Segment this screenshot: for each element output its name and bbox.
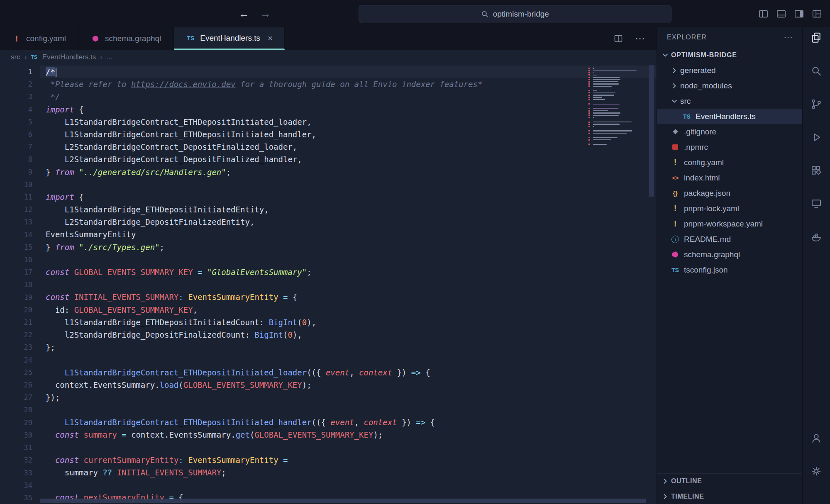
code-lines[interactable]: /* *Please refer to https://docs.envio.d… bbox=[40, 66, 657, 504]
close-icon[interactable]: × bbox=[268, 33, 273, 43]
tab-EventHandlers.ts[interactable]: TSEventHandlers.ts× bbox=[174, 27, 285, 50]
toggle-sidebar-icon[interactable] bbox=[758, 8, 769, 19]
line-number[interactable]: 18 bbox=[0, 278, 32, 291]
code-line bbox=[40, 404, 657, 416]
line-number[interactable]: 31 bbox=[0, 441, 32, 454]
split-editor-icon[interactable] bbox=[613, 34, 623, 44]
minimap-change-mark bbox=[588, 70, 590, 71]
code-editor[interactable]: 1234567891011121314151617181920212223242… bbox=[0, 65, 657, 504]
chevron-right-icon bbox=[670, 82, 679, 90]
back-button[interactable]: ← bbox=[239, 7, 249, 20]
command-center-search[interactable]: optimism-bridge bbox=[359, 5, 671, 23]
line-number[interactable]: 23 bbox=[0, 341, 32, 353]
breadcrumb-item[interactable]: EventHandlers.ts bbox=[42, 53, 96, 61]
line-number[interactable]: 8 bbox=[0, 153, 32, 166]
editor-more-actions-icon[interactable]: ⋯ bbox=[635, 33, 646, 44]
line-number[interactable]: 30 bbox=[0, 429, 32, 441]
explorer-item-generated[interactable]: generated bbox=[657, 63, 803, 78]
explorer-item-package.json[interactable]: {}package.json bbox=[657, 185, 803, 201]
explorer-item-pnpm-lock.yaml[interactable]: !pnpm-lock.yaml bbox=[657, 201, 803, 216]
line-number[interactable]: 7 bbox=[0, 141, 32, 153]
customize-layout-icon[interactable] bbox=[811, 8, 823, 19]
line-number[interactable]: 4 bbox=[0, 103, 32, 116]
toggle-panel-icon[interactable] bbox=[776, 8, 787, 19]
breadcrumb-item[interactable]: src bbox=[11, 53, 20, 61]
line-number[interactable]: 15 bbox=[0, 241, 32, 253]
settings-icon[interactable] bbox=[809, 464, 823, 478]
account-icon[interactable] bbox=[809, 431, 823, 445]
yaml-file-icon: ! bbox=[670, 158, 680, 167]
tab-config.yaml[interactable]: !config.yaml bbox=[0, 27, 79, 50]
line-number[interactable]: 29 bbox=[0, 416, 32, 429]
line-number[interactable]: 14 bbox=[0, 229, 32, 241]
explorer-item-README.md[interactable]: iREADME.md bbox=[657, 231, 803, 247]
explorer-item-tsconfig.json[interactable]: TStsconfig.json bbox=[657, 262, 803, 278]
explorer-item-schema.graphql[interactable]: schema.graphql bbox=[657, 247, 803, 262]
explorer-more-actions-icon[interactable]: ⋯ bbox=[784, 32, 793, 43]
item-label: generated bbox=[680, 66, 716, 75]
code-line: import { bbox=[40, 191, 657, 203]
line-number[interactable]: 2 bbox=[0, 78, 32, 90]
line-number[interactable]: 17 bbox=[0, 266, 32, 278]
toggle-secondary-sidebar-icon[interactable] bbox=[793, 8, 805, 19]
minimap[interactable] bbox=[588, 67, 639, 146]
vertical-scrollbar[interactable] bbox=[649, 65, 654, 197]
minimap-change-mark bbox=[588, 72, 590, 73]
line-number[interactable]: 33 bbox=[0, 467, 32, 479]
npm-file-icon bbox=[670, 144, 680, 150]
explorer-root-folder[interactable]: OPTIMISM-BRIDGE bbox=[657, 47, 803, 63]
explorer-item-node_modules[interactable]: node_modules bbox=[657, 78, 803, 93]
run-debug-icon[interactable] bbox=[809, 130, 823, 144]
remote-icon[interactable] bbox=[809, 197, 823, 211]
tab-label: config.yaml bbox=[26, 34, 66, 43]
line-number[interactable]: 11 bbox=[0, 191, 32, 203]
line-number[interactable]: 6 bbox=[0, 128, 32, 141]
breadcrumb-item[interactable]: ... bbox=[107, 53, 112, 61]
code-line bbox=[40, 278, 657, 291]
explorer-item-pnpm-workspace.yaml[interactable]: !pnpm-workspace.yaml bbox=[657, 216, 803, 231]
line-number[interactable]: 3 bbox=[0, 90, 32, 103]
chevron-right-icon bbox=[670, 66, 679, 75]
docker-icon[interactable] bbox=[809, 230, 823, 244]
source-control-icon[interactable] bbox=[809, 97, 823, 111]
forward-button[interactable]: → bbox=[260, 7, 271, 20]
search-icon[interactable] bbox=[809, 64, 823, 78]
explorer-item-EventHandlers.ts[interactable]: TSEventHandlers.ts bbox=[657, 109, 803, 124]
line-number[interactable]: 13 bbox=[0, 216, 32, 228]
line-number[interactable]: 34 bbox=[0, 479, 32, 492]
line-number[interactable]: 20 bbox=[0, 304, 32, 316]
line-number[interactable]: 24 bbox=[0, 354, 32, 366]
line-number[interactable]: 1 bbox=[0, 66, 32, 78]
line-number[interactable]: 16 bbox=[0, 253, 32, 266]
explorer-item-index.html[interactable]: <>index.html bbox=[657, 170, 803, 185]
explorer-icon[interactable] bbox=[809, 31, 823, 45]
line-number[interactable]: 21 bbox=[0, 316, 32, 329]
extensions-icon[interactable] bbox=[809, 163, 823, 178]
code-line: L1StandardBridgeContract_ETHDepositIniti… bbox=[40, 116, 657, 128]
timeline-section[interactable]: TIMELINE bbox=[657, 489, 803, 504]
line-number[interactable]: 9 bbox=[0, 166, 32, 178]
line-number[interactable]: 10 bbox=[0, 178, 32, 191]
line-number[interactable]: 27 bbox=[0, 391, 32, 404]
horizontal-scrollbar[interactable] bbox=[40, 499, 646, 503]
line-number[interactable]: 26 bbox=[0, 379, 32, 391]
explorer-item-config.yaml[interactable]: !config.yaml bbox=[657, 155, 803, 170]
line-number[interactable]: 25 bbox=[0, 366, 32, 379]
chevron-down-icon bbox=[670, 97, 679, 105]
explorer-item-.gitignore[interactable]: .gitignore bbox=[657, 124, 803, 139]
line-number-gutter[interactable]: 1234567891011121314151617181920212223242… bbox=[0, 66, 32, 504]
line-number[interactable]: 22 bbox=[0, 329, 32, 341]
line-number[interactable]: 35 bbox=[0, 492, 32, 504]
line-number[interactable]: 32 bbox=[0, 454, 32, 466]
line-number[interactable]: 19 bbox=[0, 291, 32, 304]
line-number[interactable]: 28 bbox=[0, 404, 32, 416]
tab-schema.graphql[interactable]: schema.graphql bbox=[79, 27, 174, 50]
explorer-item-src[interactable]: src bbox=[657, 93, 803, 109]
line-number[interactable]: 5 bbox=[0, 116, 32, 128]
item-label: EventHandlers.ts bbox=[696, 112, 756, 121]
line-number[interactable]: 12 bbox=[0, 203, 32, 216]
code-line: id: GLOBAL_EVENTS_SUMMARY_KEY, bbox=[40, 304, 657, 316]
code-line: } from "../generated/src/Handlers.gen"; bbox=[40, 166, 657, 178]
outline-section[interactable]: OUTLINE bbox=[657, 473, 803, 489]
explorer-item-.npmrc[interactable]: .npmrc bbox=[657, 139, 803, 155]
